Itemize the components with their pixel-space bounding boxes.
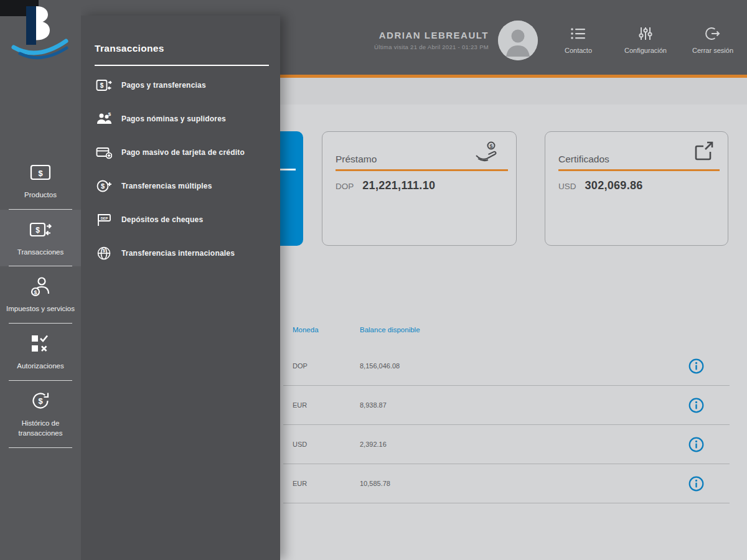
sidebar-item-productos[interactable]: $ Productos bbox=[0, 152, 81, 210]
authorizations-icon bbox=[4, 332, 77, 355]
svg-text:$: $ bbox=[489, 143, 492, 149]
submenu-item-nominas-suplidores[interactable]: $ Pagos nóminas y suplidores bbox=[81, 102, 280, 136]
submenu-item-label: Depósitos de cheques bbox=[121, 215, 203, 224]
table-row[interactable]: DOP 8,156,046.08 bbox=[283, 347, 730, 386]
credit-card-bulk-icon bbox=[95, 145, 112, 160]
info-icon[interactable] bbox=[688, 476, 704, 492]
info-icon[interactable] bbox=[688, 358, 704, 374]
submenu-item-depositos-cheques[interactable]: DEP Depósitos de cheques bbox=[81, 203, 280, 236]
user-name: ADRIAN LEBREAULT bbox=[374, 30, 489, 40]
column-header-moneda[interactable]: Moneda bbox=[293, 326, 360, 334]
row-currency: DOP bbox=[293, 362, 360, 370]
row-currency: USD bbox=[293, 441, 360, 448]
avatar bbox=[498, 21, 538, 60]
submenu-item-pagos-transferencias[interactable]: $ Pagos y transferencias bbox=[81, 68, 280, 102]
row-balance: 8,938.87 bbox=[360, 401, 681, 409]
header-actions: Contacto Configuración Cerrar sesión bbox=[553, 26, 738, 54]
svg-text:$: $ bbox=[100, 82, 103, 89]
svg-text:$: $ bbox=[38, 396, 43, 406]
sidebar-item-label: Productos bbox=[4, 190, 77, 200]
svg-text:$: $ bbox=[38, 169, 43, 178]
submenu-item-label: Pago masivo de tarjeta de crédito bbox=[121, 148, 245, 157]
transactions-submenu-panel: Transacciones $ Pagos y transferencias bbox=[81, 16, 280, 560]
info-icon[interactable] bbox=[688, 437, 704, 452]
taxes-services-icon: $ bbox=[4, 274, 77, 298]
card-currency: DOP bbox=[336, 182, 354, 191]
table-row[interactable]: EUR 10,585.78 bbox=[283, 464, 730, 503]
sidebar-item-label: Histórico de transacciones bbox=[4, 418, 77, 439]
sidebar-item-label: Transacciones bbox=[4, 247, 77, 258]
logout-icon bbox=[705, 26, 720, 41]
contact-button[interactable]: Contacto bbox=[553, 26, 604, 54]
row-currency: EUR bbox=[293, 480, 360, 487]
card-accent-underline bbox=[336, 169, 508, 171]
international-transfers-icon: $ bbox=[95, 246, 112, 261]
accounts-table: Moneda Balance disponible DOP 8,156,046.… bbox=[283, 313, 730, 503]
sidebar-item-label: Impuestos y servicios bbox=[4, 304, 77, 314]
info-icon[interactable] bbox=[688, 398, 704, 413]
card-amount-row: DOP 21,221,111.10 bbox=[336, 179, 435, 192]
submenu-item-transferencias-multiples[interactable]: $ Transferencias múltiples bbox=[81, 169, 280, 203]
products-icon: $ bbox=[4, 161, 77, 184]
svg-text:$: $ bbox=[35, 226, 40, 235]
row-balance: 8,156,046.08 bbox=[360, 362, 681, 370]
submenu-item-pago-masivo-tarjeta[interactable]: Pago masivo de tarjeta de crédito bbox=[81, 136, 280, 169]
card-amount: 21,221,111.10 bbox=[362, 179, 435, 192]
submenu-item-label: Pagos nóminas y suplidores bbox=[121, 114, 226, 123]
sidebar-item-autorizaciones[interactable]: Autorizaciones bbox=[0, 324, 81, 381]
settings-label: Configuración bbox=[624, 47, 667, 54]
card-title: Préstamo bbox=[336, 154, 377, 165]
svg-text:$: $ bbox=[108, 111, 111, 117]
main-sidebar: $ Productos $ Transacciones bbox=[0, 0, 81, 560]
submenu-title: Transacciones bbox=[81, 43, 280, 54]
submenu-item-label: Transferencias internacionales bbox=[121, 249, 235, 258]
sidebar-nav: $ Productos $ Transacciones bbox=[0, 73, 81, 448]
contact-label: Contacto bbox=[565, 47, 592, 54]
multiple-transfers-icon: $ bbox=[95, 179, 112, 194]
sidebar-item-label: Autorizaciones bbox=[4, 361, 77, 371]
sidebar-item-historico-transacciones[interactable]: $ Histórico de transacciones bbox=[0, 381, 81, 448]
column-header-balance[interactable]: Balance disponible bbox=[360, 326, 681, 334]
sidebar-item-impuestos-servicios[interactable]: $ Impuestos y servicios bbox=[0, 266, 81, 324]
banreservas-b-logo-icon bbox=[6, 2, 75, 67]
table-row[interactable]: USD 2,392.16 bbox=[283, 425, 730, 464]
payments-transfers-icon: $ bbox=[95, 78, 112, 93]
payroll-suppliers-icon: $ bbox=[95, 111, 112, 126]
card-currency: USD bbox=[558, 182, 576, 191]
table-row[interactable]: EUR 8,938.87 bbox=[283, 386, 730, 425]
card-accent-underline bbox=[558, 169, 720, 171]
svg-text:$: $ bbox=[102, 248, 105, 253]
submenu-item-label: Transferencias múltiples bbox=[121, 182, 212, 190]
row-balance: 2,392.16 bbox=[360, 441, 681, 448]
loan-hand-icon: $ bbox=[475, 140, 499, 165]
card-amount: 302,069.86 bbox=[585, 179, 643, 192]
svg-text:$: $ bbox=[34, 289, 37, 296]
submenu-underline bbox=[95, 65, 269, 66]
contact-list-icon bbox=[570, 26, 586, 41]
last-visit-text: Última visita 21 de Abril 2021 - 01:23 P… bbox=[374, 44, 489, 50]
card-title: Certificados bbox=[558, 154, 609, 165]
submenu-item-transferencias-internacionales[interactable]: $ Transferencias internacionales bbox=[81, 236, 280, 270]
settings-button[interactable]: Configuración bbox=[620, 26, 671, 54]
avatar-silhouette-icon bbox=[498, 21, 538, 60]
transactions-icon: $ bbox=[4, 218, 77, 241]
submenu-item-label: Pagos y transferencias bbox=[121, 81, 206, 90]
check-deposit-icon: DEP bbox=[95, 212, 112, 227]
logout-label: Cerrar sesión bbox=[692, 47, 733, 54]
table-header-row: Moneda Balance disponible bbox=[283, 313, 730, 347]
settings-sliders-icon bbox=[638, 26, 653, 41]
svg-text:DEP: DEP bbox=[100, 217, 108, 220]
transaction-history-icon: $ bbox=[4, 389, 77, 413]
brand-logo bbox=[0, 0, 81, 73]
user-block: ADRIAN LEBREAULT Última visita 21 de Abr… bbox=[374, 30, 489, 50]
submenu-list: $ Pagos y transferencias $ Pagos nóminas… bbox=[81, 68, 280, 270]
svg-text:$: $ bbox=[100, 182, 104, 190]
certificates-card[interactable]: Certificados USD 302,069.86 bbox=[545, 131, 728, 246]
external-link-icon[interactable] bbox=[693, 141, 714, 163]
loan-card[interactable]: Préstamo $ DOP 21,221,111.10 bbox=[322, 131, 517, 246]
row-balance: 10,585.78 bbox=[360, 480, 681, 487]
row-currency: EUR bbox=[293, 401, 360, 409]
sidebar-item-transacciones[interactable]: $ Transacciones bbox=[0, 210, 81, 267]
logout-button[interactable]: Cerrar sesión bbox=[687, 26, 738, 54]
card-amount-row: USD 302,069.86 bbox=[558, 179, 643, 192]
